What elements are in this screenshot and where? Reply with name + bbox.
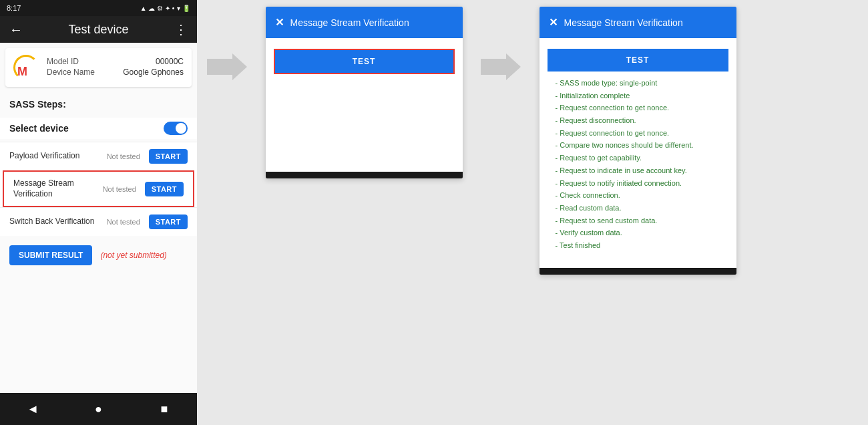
status-icons: ▲ ☁ ⚙ ✦ • ▾ 🔋 [140, 5, 190, 12]
sass-title: SASS Steps: [9, 99, 188, 110]
result-line-2: - Request connection to get nonce. [556, 102, 720, 114]
status-icons-left: ▲ ☁ ⚙ ✦ • [140, 5, 175, 12]
dialog-2-test-button[interactable]: TEST [548, 49, 728, 72]
result-line-8: - Request to notify initiated connection… [556, 177, 720, 190]
nav-title: Test device [68, 23, 128, 37]
svg-marker-1 [481, 53, 521, 80]
dialog-2-results: - SASS mode type: single-point- Initiali… [548, 72, 728, 257]
start-button-message-stream[interactable]: START [145, 182, 184, 196]
dialog-1-bottom-bar [266, 172, 463, 178]
arrow-2-container [471, 0, 531, 80]
dialog-2-title: Message Stream Verification [564, 17, 683, 28]
result-line-9: - Check connection. [556, 189, 720, 202]
dialog-2-header: ✕ Message Stream Verification [539, 7, 736, 38]
step-status-switch-back: Not tested [107, 218, 144, 226]
select-device-toggle[interactable] [164, 122, 188, 135]
logo-m: M [17, 65, 27, 78]
status-icons-right: ▾ 🔋 [177, 5, 190, 12]
device-name-label: Device Name [47, 67, 95, 77]
arrow-1-icon [207, 53, 247, 80]
device-details: Model ID 00000C Device Name Google Gphon… [47, 57, 184, 78]
back-nav-button[interactable]: ◄ [23, 399, 43, 419]
device-info-card: M Model ID 00000C Device Name Google Gph… [5, 48, 192, 87]
menu-button[interactable]: ⋮ [174, 21, 188, 37]
start-button-payload[interactable]: START [149, 149, 188, 164]
step-row-payload: Payload Verification Not tested START [0, 142, 197, 170]
device-logo: M [13, 55, 39, 80]
step-status-payload: Not tested [107, 152, 144, 160]
result-line-11: - Request to send custom data. [556, 215, 720, 227]
dialog-1-header: ✕ Message Stream Verification [266, 7, 463, 38]
step-name-payload: Payload Verification [9, 151, 107, 162]
step-row-switch-back: Switch Back Verification Not tested STAR… [0, 207, 197, 236]
dialog-1-title: Message Stream Verification [290, 17, 409, 28]
home-nav-button[interactable]: ● [88, 399, 108, 419]
recent-nav-button[interactable]: ■ [154, 399, 174, 419]
result-line-13: - Test finished [556, 239, 720, 252]
start-button-switch-back[interactable]: START [149, 215, 188, 229]
dialog-2: ✕ Message Stream Verification TEST - SAS… [539, 7, 736, 275]
dialog-1-close-icon[interactable]: ✕ [275, 16, 284, 29]
result-line-0: - SASS mode type: single-point [556, 77, 720, 90]
phone-bottom-bar: ◄ ● ■ [0, 393, 197, 425]
toggle-knob [176, 123, 186, 134]
step-status-message-stream: Not tested [103, 185, 140, 193]
submit-row: SUBMIT RESULT (not yet submitted) [0, 236, 197, 275]
result-line-1: - Initialization complete [556, 90, 720, 102]
dialog-1-body: TEST [266, 38, 463, 172]
step-list: Payload Verification Not tested START Me… [0, 142, 197, 236]
model-id-row: Model ID 00000C [47, 57, 184, 66]
result-line-10: - Read custom data. [556, 202, 720, 215]
dialog-2-close-icon[interactable]: ✕ [549, 16, 558, 29]
dialog-2-wrapper: ✕ Message Stream Verification TEST - SAS… [531, 0, 744, 275]
model-id-value: 00000C [156, 57, 184, 66]
result-line-5: - Compare two nonces should be different… [556, 139, 720, 152]
select-device-label: Select device [9, 123, 69, 134]
result-line-3: - Request disconnection. [556, 114, 720, 127]
step-row-message-stream: Message StreamVerification Not tested ST… [3, 170, 194, 207]
dialog-1: ✕ Message Stream Verification TEST [266, 7, 463, 178]
not-submitted-label: (not yet submitted) [100, 251, 166, 260]
model-id-label: Model ID [47, 57, 79, 66]
dialog-2-bottom-bar [539, 268, 736, 275]
status-time: 8:17 [7, 4, 21, 12]
nav-bar: ← Test device ⋮ [0, 16, 197, 43]
result-line-6: - Request to get capability. [556, 152, 720, 164]
svg-marker-0 [207, 53, 247, 80]
dialog-2-body: TEST - SASS mode type: single-point- Ini… [539, 38, 736, 268]
step-name-message-stream: Message StreamVerification [13, 178, 103, 199]
device-name-row: Device Name Google Gphones [47, 67, 184, 77]
status-bar: 8:17 ▲ ☁ ⚙ ✦ • ▾ 🔋 [0, 0, 197, 16]
phone-screen: 8:17 ▲ ☁ ⚙ ✦ • ▾ 🔋 ← Test device ⋮ M Mod… [0, 0, 197, 425]
submit-result-button[interactable]: SUBMIT RESULT [9, 245, 92, 265]
device-name-value: Google Gphones [123, 67, 184, 77]
back-button[interactable]: ← [9, 22, 23, 37]
step-name-switch-back: Switch Back Verification [9, 217, 107, 227]
sass-section: SASS Steps: [0, 92, 197, 118]
result-line-12: - Verify custom data. [556, 227, 720, 239]
dialog-1-test-button[interactable]: TEST [274, 49, 455, 74]
result-line-4: - Request connection to get nonce. [556, 127, 720, 140]
arrow-1-container [197, 0, 257, 80]
select-device-row: Select device [0, 118, 197, 139]
phone-body: M Model ID 00000C Device Name Google Gph… [0, 43, 197, 393]
arrow-2-icon [481, 53, 521, 80]
dialog-1-wrapper: ✕ Message Stream Verification TEST [257, 0, 471, 178]
result-line-7: - Request to indicate in use account key… [556, 164, 720, 177]
